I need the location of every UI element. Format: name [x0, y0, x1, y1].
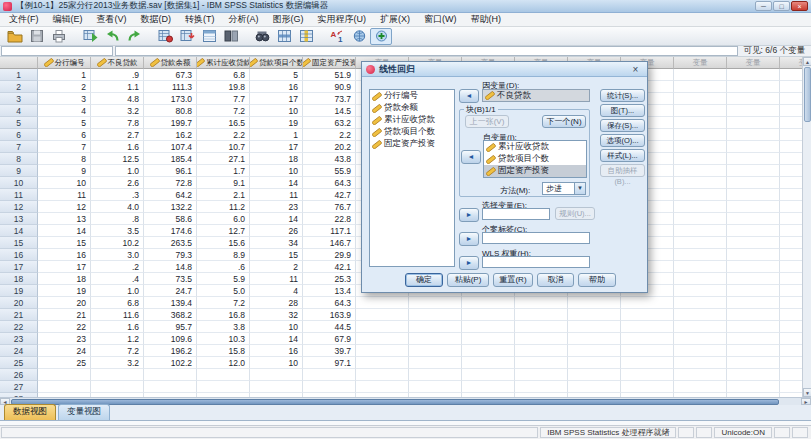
data-cell[interactable]	[780, 345, 802, 357]
data-cell[interactable]: 7.2	[91, 345, 144, 357]
data-cell[interactable]: 7.2	[197, 297, 250, 309]
data-cell[interactable]: 79.3	[144, 249, 197, 261]
data-cell[interactable]: 4	[250, 285, 303, 297]
data-cell[interactable]: 6.0	[197, 213, 250, 225]
data-cell[interactable]	[409, 369, 462, 381]
data-cell[interactable]	[568, 345, 621, 357]
grid-corner-cell[interactable]	[0, 57, 38, 69]
data-cell[interactable]	[674, 105, 727, 117]
data-cell[interactable]: 7.2	[197, 105, 250, 117]
data-cell[interactable]	[674, 273, 727, 285]
data-cell[interactable]: 34	[250, 237, 303, 249]
data-cell[interactable]	[356, 345, 409, 357]
data-cell[interactable]	[568, 357, 621, 369]
data-cell[interactable]: 5	[250, 69, 303, 81]
data-cell[interactable]: 10	[250, 105, 303, 117]
data-cell[interactable]	[780, 117, 802, 129]
data-cell[interactable]: 9.1	[197, 177, 250, 189]
data-cell[interactable]: 80.8	[144, 105, 197, 117]
save-button[interactable]: 保存(S)...	[600, 119, 645, 132]
data-cell[interactable]: 3	[38, 93, 91, 105]
data-cell[interactable]: 27.1	[197, 153, 250, 165]
row-number[interactable]: 9	[0, 165, 38, 177]
data-cell[interactable]	[674, 309, 727, 321]
data-cell[interactable]	[780, 153, 802, 165]
data-cell[interactable]	[727, 333, 780, 345]
data-cell[interactable]	[409, 321, 462, 333]
data-cell[interactable]: 1	[38, 69, 91, 81]
row-number[interactable]: 18	[0, 273, 38, 285]
data-cell[interactable]	[621, 333, 674, 345]
data-cell[interactable]: 9	[38, 165, 91, 177]
data-cell[interactable]: 51.9	[303, 69, 356, 81]
data-cell[interactable]	[727, 81, 780, 93]
data-cell[interactable]	[674, 381, 727, 393]
data-cell[interactable]	[674, 345, 727, 357]
data-cell[interactable]: 58.6	[144, 213, 197, 225]
menu-window[interactable]: 窗口(W)	[417, 13, 464, 26]
data-cell[interactable]: 3.5	[91, 225, 144, 237]
open-data-icon[interactable]	[4, 28, 26, 45]
cell-reference-box[interactable]	[1, 46, 113, 56]
data-cell[interactable]: 11	[250, 189, 303, 201]
data-cell[interactable]	[621, 381, 674, 393]
recall-dialogs-icon[interactable]	[79, 28, 101, 45]
selection-variable-input[interactable]	[482, 208, 550, 220]
column-header-empty[interactable]: 变量	[727, 57, 780, 69]
data-cell[interactable]	[462, 381, 515, 393]
data-cell[interactable]: 43.8	[303, 153, 356, 165]
ok-button[interactable]: 确定	[405, 273, 443, 287]
menu-help[interactable]: 帮助(H)	[464, 13, 509, 26]
data-cell[interactable]: 10	[38, 177, 91, 189]
data-cell[interactable]: 16	[250, 81, 303, 93]
data-cell[interactable]: 15.8	[197, 345, 250, 357]
source-variable-list[interactable]: 分行编号贷款余额累计应收贷款贷款项目个数固定资产投资	[369, 89, 455, 267]
data-cell[interactable]: 11.2	[197, 201, 250, 213]
row-number[interactable]: 11	[0, 189, 38, 201]
data-cell[interactable]	[780, 237, 802, 249]
horizontal-scrollbar[interactable]: ◄ ►	[0, 397, 811, 405]
data-cell[interactable]: 18	[250, 153, 303, 165]
data-cell[interactable]	[780, 213, 802, 225]
data-cell[interactable]: .9	[91, 69, 144, 81]
data-cell[interactable]: 5.0	[197, 285, 250, 297]
data-cell[interactable]	[621, 297, 674, 309]
data-cell[interactable]: 20.2	[303, 141, 356, 153]
data-cell[interactable]: 25.3	[303, 273, 356, 285]
data-cell[interactable]	[727, 69, 780, 81]
data-cell[interactable]: 16.8	[197, 309, 250, 321]
data-cell[interactable]: 17	[250, 141, 303, 153]
data-cell[interactable]	[780, 189, 802, 201]
bootstrap-button[interactable]: 自助抽样(B)...	[600, 164, 645, 177]
data-cell[interactable]: 64.3	[303, 297, 356, 309]
data-cell[interactable]: 109.6	[144, 333, 197, 345]
data-cell[interactable]: 2.6	[91, 177, 144, 189]
data-cell[interactable]	[674, 129, 727, 141]
independent-variable-list[interactable]: 累计应收贷款贷款项目个数固定资产投资	[483, 140, 587, 178]
data-cell[interactable]	[250, 369, 303, 381]
data-cell[interactable]	[780, 165, 802, 177]
data-cell[interactable]	[674, 357, 727, 369]
data-cell[interactable]	[780, 321, 802, 333]
data-cell[interactable]	[780, 297, 802, 309]
data-cell[interactable]: 1	[250, 129, 303, 141]
data-cell[interactable]	[780, 309, 802, 321]
data-cell[interactable]	[462, 297, 515, 309]
variables-icon[interactable]	[198, 28, 220, 45]
data-cell[interactable]: 8.9	[197, 249, 250, 261]
data-cell[interactable]: 1.0	[91, 165, 144, 177]
data-cell[interactable]: 14	[38, 225, 91, 237]
move-independent-button[interactable]: ◄	[461, 150, 481, 164]
data-cell[interactable]	[674, 81, 727, 93]
row-number[interactable]: 10	[0, 177, 38, 189]
data-cell[interactable]	[727, 369, 780, 381]
data-cell[interactable]: 13.4	[303, 285, 356, 297]
data-cell[interactable]	[780, 177, 802, 189]
column-header-1[interactable]: 分行编号	[38, 57, 91, 69]
data-cell[interactable]	[356, 381, 409, 393]
data-cell[interactable]: 1.6	[91, 141, 144, 153]
data-cell[interactable]: 28	[250, 297, 303, 309]
data-cell[interactable]: 15	[38, 237, 91, 249]
data-cell[interactable]: 368.2	[144, 309, 197, 321]
data-cell[interactable]: 5	[38, 117, 91, 129]
